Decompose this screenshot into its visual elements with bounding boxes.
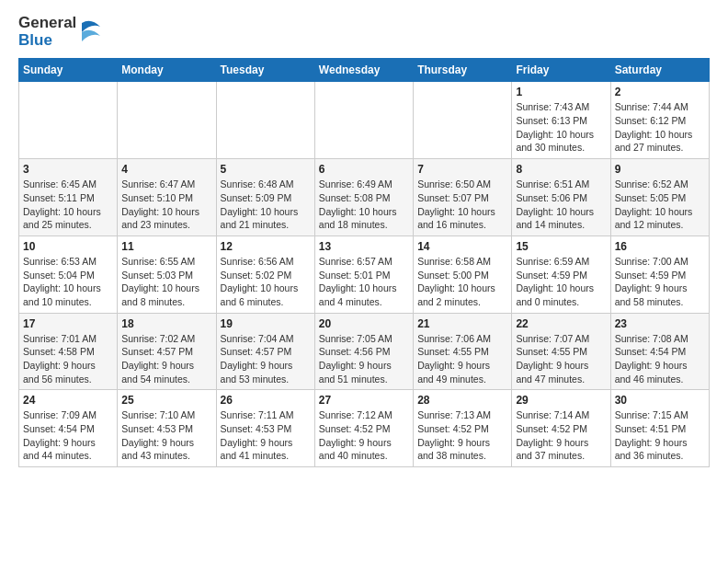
logo-wave-icon — [78, 16, 104, 49]
calendar-header-row: SundayMondayTuesdayWednesdayThursdayFrid… — [19, 59, 710, 82]
day-info: Sunrise: 7:01 AM Sunset: 4:58 PM Dayligh… — [23, 332, 113, 386]
day-info: Sunrise: 6:51 AM Sunset: 5:06 PM Dayligh… — [516, 178, 606, 232]
day-number: 3 — [23, 163, 113, 176]
page: General Blue SundayMondayTuesdayWednesda… — [0, 0, 728, 482]
calendar-cell: 16Sunrise: 7:00 AM Sunset: 4:59 PM Dayli… — [610, 236, 709, 313]
calendar-cell: 29Sunrise: 7:14 AM Sunset: 4:52 PM Dayli… — [512, 390, 610, 467]
day-number: 15 — [516, 240, 606, 253]
day-number: 5 — [221, 163, 311, 176]
calendar-cell — [314, 82, 413, 159]
logo: General Blue — [18, 15, 104, 49]
day-info: Sunrise: 7:14 AM Sunset: 4:52 PM Dayligh… — [516, 408, 606, 463]
day-number: 8 — [516, 163, 606, 176]
day-number: 16 — [615, 240, 705, 253]
calendar-cell: 10Sunrise: 6:53 AM Sunset: 5:04 PM Dayli… — [19, 236, 118, 313]
weekday-header-monday: Monday — [118, 59, 216, 82]
day-info: Sunrise: 6:57 AM Sunset: 5:01 PM Dayligh… — [319, 255, 409, 309]
day-number: 30 — [615, 394, 705, 407]
day-number: 1 — [516, 86, 606, 98]
day-info: Sunrise: 6:48 AM Sunset: 5:09 PM Dayligh… — [221, 178, 311, 232]
day-number: 13 — [319, 240, 409, 253]
calendar-cell — [19, 82, 118, 159]
day-info: Sunrise: 6:47 AM Sunset: 5:10 PM Dayligh… — [121, 178, 211, 232]
day-number: 11 — [121, 240, 211, 253]
calendar-cell: 9Sunrise: 6:52 AM Sunset: 5:05 PM Daylig… — [610, 159, 709, 236]
logo-blue-text: Blue — [18, 32, 76, 50]
day-info: Sunrise: 6:55 AM Sunset: 5:03 PM Dayligh… — [121, 255, 211, 309]
day-info: Sunrise: 7:08 AM Sunset: 4:54 PM Dayligh… — [615, 332, 705, 386]
calendar-cell: 2Sunrise: 7:44 AM Sunset: 6:12 PM Daylig… — [610, 82, 709, 159]
day-number: 4 — [121, 163, 211, 176]
calendar-cell: 22Sunrise: 7:07 AM Sunset: 4:55 PM Dayli… — [512, 313, 610, 390]
day-info: Sunrise: 7:15 AM Sunset: 4:51 PM Dayligh… — [615, 408, 705, 463]
day-info: Sunrise: 6:45 AM Sunset: 5:11 PM Dayligh… — [23, 178, 113, 232]
day-info: Sunrise: 7:43 AM Sunset: 6:13 PM Dayligh… — [516, 100, 606, 155]
day-info: Sunrise: 6:49 AM Sunset: 5:08 PM Dayligh… — [319, 178, 409, 232]
calendar-cell: 18Sunrise: 7:02 AM Sunset: 4:57 PM Dayli… — [118, 313, 216, 390]
day-info: Sunrise: 7:05 AM Sunset: 4:56 PM Dayligh… — [319, 332, 409, 386]
day-number: 19 — [221, 317, 311, 330]
calendar-cell: 26Sunrise: 7:11 AM Sunset: 4:53 PM Dayli… — [216, 390, 314, 467]
day-info: Sunrise: 6:56 AM Sunset: 5:02 PM Dayligh… — [221, 255, 311, 309]
header: General Blue — [18, 15, 710, 49]
day-number: 26 — [221, 394, 311, 407]
day-info: Sunrise: 7:00 AM Sunset: 4:59 PM Dayligh… — [615, 255, 705, 309]
day-info: Sunrise: 7:13 AM Sunset: 4:52 PM Dayligh… — [417, 408, 507, 463]
day-info: Sunrise: 6:58 AM Sunset: 5:00 PM Dayligh… — [417, 255, 507, 309]
weekday-header-friday: Friday — [512, 59, 610, 82]
day-number: 17 — [23, 317, 113, 330]
calendar-week-row: 24Sunrise: 7:09 AM Sunset: 4:54 PM Dayli… — [19, 390, 710, 467]
calendar-table: SundayMondayTuesdayWednesdayThursdayFrid… — [18, 58, 710, 467]
day-number: 21 — [417, 317, 507, 330]
day-number: 12 — [221, 240, 311, 253]
calendar-week-row: 3Sunrise: 6:45 AM Sunset: 5:11 PM Daylig… — [19, 159, 710, 236]
day-number: 9 — [615, 163, 705, 176]
calendar-cell: 24Sunrise: 7:09 AM Sunset: 4:54 PM Dayli… — [19, 390, 118, 467]
logo-text-block: General Blue — [18, 15, 76, 49]
day-number: 28 — [417, 394, 507, 407]
calendar-cell: 19Sunrise: 7:04 AM Sunset: 4:57 PM Dayli… — [216, 313, 314, 390]
day-info: Sunrise: 6:52 AM Sunset: 5:05 PM Dayligh… — [615, 178, 705, 232]
day-number: 25 — [121, 394, 211, 407]
day-info: Sunrise: 7:12 AM Sunset: 4:52 PM Dayligh… — [319, 408, 409, 463]
day-number: 23 — [615, 317, 705, 330]
calendar-cell: 27Sunrise: 7:12 AM Sunset: 4:52 PM Dayli… — [314, 390, 413, 467]
calendar-cell: 1Sunrise: 7:43 AM Sunset: 6:13 PM Daylig… — [512, 82, 610, 159]
calendar-cell: 5Sunrise: 6:48 AM Sunset: 5:09 PM Daylig… — [216, 159, 314, 236]
day-info: Sunrise: 7:02 AM Sunset: 4:57 PM Dayligh… — [121, 332, 211, 386]
calendar-cell: 30Sunrise: 7:15 AM Sunset: 4:51 PM Dayli… — [610, 390, 709, 467]
calendar-cell: 12Sunrise: 6:56 AM Sunset: 5:02 PM Dayli… — [216, 236, 314, 313]
day-info: Sunrise: 7:07 AM Sunset: 4:55 PM Dayligh… — [516, 332, 606, 386]
day-number: 20 — [319, 317, 409, 330]
calendar-cell: 25Sunrise: 7:10 AM Sunset: 4:53 PM Dayli… — [118, 390, 216, 467]
day-number: 27 — [319, 394, 409, 407]
calendar-cell: 7Sunrise: 6:50 AM Sunset: 5:07 PM Daylig… — [414, 159, 512, 236]
day-number: 7 — [417, 163, 507, 176]
calendar-cell: 17Sunrise: 7:01 AM Sunset: 4:58 PM Dayli… — [19, 313, 118, 390]
weekday-header-thursday: Thursday — [414, 59, 512, 82]
calendar-week-row: 1Sunrise: 7:43 AM Sunset: 6:13 PM Daylig… — [19, 82, 710, 159]
day-info: Sunrise: 6:50 AM Sunset: 5:07 PM Dayligh… — [417, 178, 507, 232]
day-info: Sunrise: 7:06 AM Sunset: 4:55 PM Dayligh… — [417, 332, 507, 386]
calendar-cell: 8Sunrise: 6:51 AM Sunset: 5:06 PM Daylig… — [512, 159, 610, 236]
calendar-cell: 21Sunrise: 7:06 AM Sunset: 4:55 PM Dayli… — [414, 313, 512, 390]
day-info: Sunrise: 6:53 AM Sunset: 5:04 PM Dayligh… — [23, 255, 113, 309]
logo-general-text: General — [18, 15, 76, 32]
day-info: Sunrise: 7:11 AM Sunset: 4:53 PM Dayligh… — [221, 408, 311, 463]
day-number: 24 — [23, 394, 113, 407]
calendar-cell: 3Sunrise: 6:45 AM Sunset: 5:11 PM Daylig… — [19, 159, 118, 236]
calendar-cell: 11Sunrise: 6:55 AM Sunset: 5:03 PM Dayli… — [118, 236, 216, 313]
calendar-cell: 28Sunrise: 7:13 AM Sunset: 4:52 PM Dayli… — [414, 390, 512, 467]
calendar-cell — [118, 82, 216, 159]
calendar-cell: 20Sunrise: 7:05 AM Sunset: 4:56 PM Dayli… — [314, 313, 413, 390]
day-info: Sunrise: 7:44 AM Sunset: 6:12 PM Dayligh… — [615, 100, 705, 155]
day-info: Sunrise: 7:09 AM Sunset: 4:54 PM Dayligh… — [23, 408, 113, 463]
day-number: 29 — [516, 394, 606, 407]
logo-display: General Blue — [18, 15, 104, 49]
day-info: Sunrise: 7:04 AM Sunset: 4:57 PM Dayligh… — [221, 332, 311, 386]
calendar-cell: 15Sunrise: 6:59 AM Sunset: 4:59 PM Dayli… — [512, 236, 610, 313]
calendar-cell: 4Sunrise: 6:47 AM Sunset: 5:10 PM Daylig… — [118, 159, 216, 236]
weekday-header-saturday: Saturday — [610, 59, 709, 82]
calendar-week-row: 17Sunrise: 7:01 AM Sunset: 4:58 PM Dayli… — [19, 313, 710, 390]
calendar-cell: 6Sunrise: 6:49 AM Sunset: 5:08 PM Daylig… — [314, 159, 413, 236]
